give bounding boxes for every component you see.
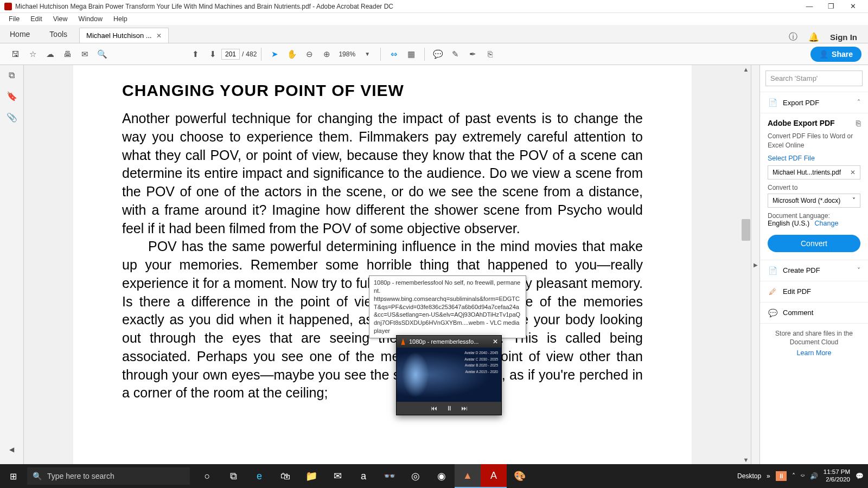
vlc-next-icon[interactable]: ⏭ [461, 404, 468, 412]
start-button[interactable]: ⊞ [0, 471, 26, 481]
comment-bubble-icon[interactable]: 💬 [430, 47, 445, 62]
close-button[interactable]: ✕ [842, 2, 864, 10]
create-pdf-icon: 📄 [768, 266, 777, 275]
menu-help[interactable]: Help [108, 14, 133, 24]
bell-icon[interactable]: 🔔 [808, 32, 819, 42]
menu-edit[interactable]: Edit [25, 14, 48, 24]
learn-more-link[interactable]: Learn More [768, 349, 860, 357]
fit-width-icon[interactable]: ⇔ [386, 47, 401, 62]
selected-file-box[interactable]: Michael Hut...trients.pdf ✕ [768, 165, 860, 179]
menu-window[interactable]: Window [73, 14, 108, 24]
format-select[interactable]: Microsoft Word (*.docx) ˅ [768, 194, 860, 208]
amazon-icon[interactable]: a [350, 464, 376, 488]
tab-close-icon[interactable]: ✕ [156, 32, 162, 40]
tray-overflow-icon[interactable]: » [767, 472, 770, 480]
vlc-figure [402, 352, 429, 397]
mail-icon[interactable]: ✉ [77, 47, 92, 62]
paint-icon[interactable]: 🎨 [507, 464, 533, 488]
tab-document[interactable]: Michael Hutchison ... ✕ [79, 28, 169, 43]
desktop-button[interactable]: Desktop [737, 472, 761, 480]
clock[interactable]: 11:57 PM 2/6/2020 [824, 468, 850, 484]
app-icon-2[interactable]: ◉ [429, 464, 455, 488]
comment-tool[interactable]: 💬 Comment [760, 302, 868, 323]
share-button[interactable]: 👤 Share [810, 47, 861, 62]
minimize-button[interactable]: — [799, 2, 820, 10]
vlc-row-3: Avatar A 2015 - 2020 [437, 369, 498, 375]
vlc-pause-icon[interactable]: ⏸ [446, 404, 452, 412]
app-icon-1[interactable]: ◎ [403, 464, 429, 488]
share-label: Share [832, 50, 853, 59]
notifications-icon[interactable]: 💬 [856, 472, 864, 480]
menu-view[interactable]: View [48, 14, 73, 24]
tab-tools[interactable]: Tools [40, 25, 77, 43]
vlc-prev-icon[interactable]: ⏮ [431, 404, 437, 412]
vlc-close-icon[interactable]: ✕ [493, 338, 498, 345]
cloud-icon[interactable]: ☁ [42, 47, 58, 62]
taskview-icon[interactable]: ⧉ [220, 464, 246, 488]
print-icon[interactable]: 🖶 [60, 47, 75, 62]
hand-icon[interactable]: ✋ [284, 47, 299, 62]
left-collapse-icon[interactable]: ◀ [9, 446, 14, 453]
pointer-icon[interactable]: ➤ [267, 47, 282, 62]
document-view[interactable]: CHANGING YOUR POINT OF VIEW Another powe… [24, 65, 741, 464]
vlc-taskbar-icon[interactable]: ▲ [455, 464, 481, 488]
page-down-icon[interactable]: ⬇ [205, 47, 220, 62]
attachment-icon[interactable]: 📎 [7, 112, 17, 123]
wifi-icon[interactable]: ⌔ [801, 472, 805, 480]
volume-icon[interactable]: 🔊 [810, 472, 818, 480]
sign-in-button[interactable]: Sign In [830, 33, 857, 42]
tooltip-line-1: 1080p - rememberlessfool No self, no fre… [374, 279, 521, 295]
maximize-button[interactable]: ❐ [820, 2, 842, 10]
vlc-window[interactable]: 1080p - rememberlessfo... ✕ Avatar D 204… [396, 335, 502, 415]
tab-home[interactable]: Home [0, 25, 40, 43]
convert-to-label: Convert to [768, 184, 860, 191]
page-input[interactable] [221, 49, 240, 60]
fit-page-icon[interactable]: ▦ [404, 47, 419, 62]
tools-search-input[interactable]: Search 'Stamp' [765, 70, 863, 86]
tray-app-icon[interactable]: ⏸ [776, 471, 787, 481]
export-options-icon[interactable]: ⎘ [856, 119, 860, 127]
cortana-icon[interactable]: ○ [194, 464, 220, 488]
remove-file-icon[interactable]: ✕ [850, 169, 856, 176]
select-pdf-link[interactable]: Select PDF File [768, 155, 860, 162]
zoom-in-icon[interactable]: ⊕ [319, 47, 334, 62]
zoom-dropdown-icon[interactable]: ▼ [360, 47, 375, 62]
convert-button[interactable]: Convert [768, 235, 860, 252]
vlc-video[interactable]: Avatar D 2040 - 2045 Avatar C 2030 - 203… [397, 348, 501, 402]
create-pdf-tool[interactable]: 📄 Create PDF ˅ [760, 260, 868, 281]
sign-icon[interactable]: ✒ [465, 47, 480, 62]
scroll-down-icon[interactable]: ▼ [743, 455, 749, 464]
menu-file[interactable]: File [3, 14, 25, 24]
page-total: 482 [246, 50, 257, 58]
export-pdf-tool[interactable]: 📄 Export PDF ˄ [760, 92, 868, 113]
star-icon[interactable]: ☆ [25, 47, 40, 62]
app-icon [4, 3, 12, 10]
stamp-icon[interactable]: ⎘ [482, 47, 497, 62]
search-icon: 🔍 [33, 472, 42, 480]
doc-heading: CHANGING YOUR POINT OF VIEW [122, 81, 643, 100]
right-collapse-icon[interactable]: ▶ [751, 65, 760, 464]
scroll-thumb[interactable] [742, 219, 750, 241]
zoom-level[interactable]: 198% [335, 50, 359, 58]
save-icon[interactable]: 🖫 [8, 47, 23, 62]
thumbnails-icon[interactable]: ⧉ [9, 70, 15, 80]
change-language-link[interactable]: Change [815, 220, 839, 227]
zoom-out-icon[interactable]: ⊖ [302, 47, 317, 62]
explorer-icon[interactable]: 📁 [298, 464, 324, 488]
search-icon[interactable]: 🔍 [94, 47, 110, 62]
page-up-icon[interactable]: ⬆ [188, 47, 203, 62]
bookmark-icon[interactable]: 🔖 [7, 91, 17, 101]
highlight-icon[interactable]: ✎ [448, 47, 463, 62]
acrobat-taskbar-icon[interactable]: A [481, 464, 507, 488]
edit-pdf-tool[interactable]: 🖉 Edit PDF [760, 281, 868, 302]
tray-chevron-icon[interactable]: ˄ [792, 472, 795, 480]
mail-icon[interactable]: ✉ [324, 464, 350, 488]
hover-tooltip: 1080p - rememberlessfool No self, no fre… [369, 275, 526, 338]
scroll-up-icon[interactable]: ▲ [743, 65, 749, 74]
store-icon[interactable]: 🛍 [272, 464, 298, 488]
tripadvisor-icon[interactable]: 👓 [376, 464, 403, 488]
edge-icon[interactable]: e [246, 464, 272, 488]
vertical-scrollbar[interactable]: ▲ ▼ [741, 65, 751, 464]
taskbar-search[interactable]: 🔍 Type here to search [27, 467, 190, 485]
help-icon[interactable]: ⓘ [789, 31, 797, 43]
